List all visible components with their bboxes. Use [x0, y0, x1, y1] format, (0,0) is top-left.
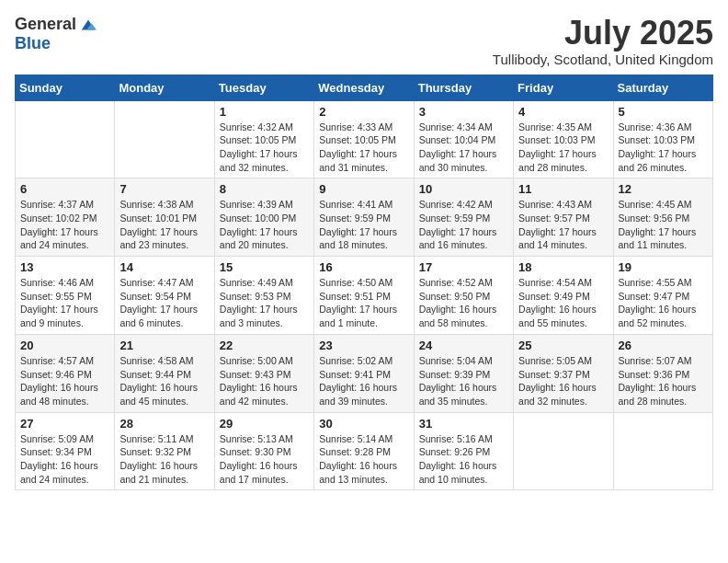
day-number: 20: [20, 339, 109, 352]
calendar-cell: 21Sunrise: 4:58 AM Sunset: 9:44 PM Dayli…: [115, 334, 214, 412]
day-info: Sunrise: 5:05 AM Sunset: 9:37 PM Dayligh…: [518, 354, 608, 408]
day-info: Sunrise: 4:49 AM Sunset: 9:53 PM Dayligh…: [220, 276, 309, 330]
day-number: 3: [419, 105, 508, 119]
day-number: 25: [518, 339, 608, 352]
month-title: July 2025: [493, 15, 713, 52]
calendar-cell: 23Sunrise: 5:02 AM Sunset: 9:41 PM Dayli…: [314, 334, 414, 412]
day-info: Sunrise: 5:11 AM Sunset: 9:32 PM Dayligh…: [119, 432, 209, 487]
calendar-week-row: 13Sunrise: 4:46 AM Sunset: 9:55 PM Dayli…: [16, 257, 713, 335]
calendar-header-thursday: Thursday: [414, 75, 513, 100]
calendar-cell: 6Sunrise: 4:37 AM Sunset: 10:02 PM Dayli…: [16, 178, 115, 257]
title-area: July 2025 Tullibody, Scotland, United Ki…: [493, 15, 713, 67]
day-number: 23: [319, 339, 408, 352]
day-number: 19: [619, 260, 708, 274]
calendar-cell: 16Sunrise: 4:50 AM Sunset: 9:51 PM Dayli…: [314, 257, 414, 335]
day-number: 4: [518, 105, 608, 119]
day-info: Sunrise: 4:36 AM Sunset: 10:03 PM Daylig…: [619, 121, 708, 175]
calendar-cell: 15Sunrise: 4:49 AM Sunset: 9:53 PM Dayli…: [214, 257, 313, 335]
day-info: Sunrise: 5:16 AM Sunset: 9:26 PM Dayligh…: [419, 432, 508, 487]
calendar-cell: 17Sunrise: 4:52 AM Sunset: 9:50 PM Dayli…: [414, 257, 513, 335]
day-number: 9: [319, 182, 408, 196]
day-info: Sunrise: 4:57 AM Sunset: 9:46 PM Dayligh…: [20, 354, 109, 408]
calendar-cell: 30Sunrise: 5:14 AM Sunset: 9:28 PM Dayli…: [314, 412, 414, 490]
day-info: Sunrise: 5:00 AM Sunset: 9:43 PM Dayligh…: [220, 354, 309, 408]
calendar-cell: 7Sunrise: 4:38 AM Sunset: 10:01 PM Dayli…: [115, 178, 214, 257]
day-info: Sunrise: 5:07 AM Sunset: 9:36 PM Dayligh…: [619, 354, 708, 408]
calendar-table: SundayMondayTuesdayWednesdayThursdayFrid…: [15, 75, 713, 491]
day-info: Sunrise: 5:14 AM Sunset: 9:28 PM Dayligh…: [319, 432, 408, 487]
day-info: Sunrise: 5:09 AM Sunset: 9:34 PM Dayligh…: [20, 432, 109, 487]
page-header: General Blue July 2025 Tullibody, Scotla…: [15, 15, 713, 67]
logo-icon: [80, 17, 97, 33]
calendar-cell: [16, 100, 115, 178]
calendar-header-monday: Monday: [115, 75, 214, 100]
day-number: 6: [20, 182, 109, 196]
day-info: Sunrise: 4:39 AM Sunset: 10:00 PM Daylig…: [220, 198, 309, 252]
calendar-cell: 10Sunrise: 4:42 AM Sunset: 9:59 PM Dayli…: [414, 178, 513, 257]
calendar-week-row: 1Sunrise: 4:32 AM Sunset: 10:05 PM Dayli…: [16, 100, 713, 178]
day-number: 30: [319, 417, 408, 431]
day-info: Sunrise: 4:47 AM Sunset: 9:54 PM Dayligh…: [119, 276, 209, 330]
day-info: Sunrise: 4:50 AM Sunset: 9:51 PM Dayligh…: [319, 276, 408, 330]
day-number: 1: [220, 105, 309, 119]
day-info: Sunrise: 4:35 AM Sunset: 10:03 PM Daylig…: [518, 121, 608, 175]
day-number: 8: [220, 182, 309, 196]
calendar-cell: 13Sunrise: 4:46 AM Sunset: 9:55 PM Dayli…: [16, 257, 115, 335]
calendar-cell: 20Sunrise: 4:57 AM Sunset: 9:46 PM Dayli…: [16, 334, 115, 412]
calendar-cell: 12Sunrise: 4:45 AM Sunset: 9:56 PM Dayli…: [613, 178, 712, 257]
calendar-header-tuesday: Tuesday: [214, 75, 313, 100]
day-number: 14: [119, 260, 209, 274]
logo: General Blue: [15, 15, 97, 53]
day-info: Sunrise: 4:33 AM Sunset: 10:05 PM Daylig…: [319, 121, 408, 175]
day-info: Sunrise: 4:46 AM Sunset: 9:55 PM Dayligh…: [20, 276, 109, 330]
calendar-cell: 26Sunrise: 5:07 AM Sunset: 9:36 PM Dayli…: [613, 334, 712, 412]
calendar-cell: 14Sunrise: 4:47 AM Sunset: 9:54 PM Dayli…: [115, 257, 214, 335]
calendar-week-row: 27Sunrise: 5:09 AM Sunset: 9:34 PM Dayli…: [16, 412, 713, 490]
day-number: 10: [419, 182, 508, 196]
calendar-cell: 5Sunrise: 4:36 AM Sunset: 10:03 PM Dayli…: [613, 100, 712, 178]
calendar-header-row: SundayMondayTuesdayWednesdayThursdayFrid…: [16, 75, 713, 100]
calendar-cell: 31Sunrise: 5:16 AM Sunset: 9:26 PM Dayli…: [414, 412, 513, 490]
day-number: 21: [119, 339, 209, 352]
calendar-cell: 22Sunrise: 5:00 AM Sunset: 9:43 PM Dayli…: [214, 334, 313, 412]
day-number: 18: [518, 260, 608, 274]
calendar-cell: 19Sunrise: 4:55 AM Sunset: 9:47 PM Dayli…: [613, 257, 712, 335]
day-info: Sunrise: 5:13 AM Sunset: 9:30 PM Dayligh…: [220, 432, 309, 487]
day-info: Sunrise: 4:42 AM Sunset: 9:59 PM Dayligh…: [419, 198, 508, 252]
location-text: Tullibody, Scotland, United Kingdom: [493, 52, 713, 67]
calendar-cell: 8Sunrise: 4:39 AM Sunset: 10:00 PM Dayli…: [214, 178, 313, 257]
calendar-cell: 18Sunrise: 4:54 AM Sunset: 9:49 PM Dayli…: [514, 257, 613, 335]
calendar-cell: 29Sunrise: 5:13 AM Sunset: 9:30 PM Dayli…: [214, 412, 313, 490]
logo-blue-text: Blue: [15, 34, 51, 53]
calendar-header-wednesday: Wednesday: [314, 75, 414, 100]
calendar-cell: 4Sunrise: 4:35 AM Sunset: 10:03 PM Dayli…: [514, 100, 613, 178]
day-number: 17: [419, 260, 508, 274]
day-info: Sunrise: 4:32 AM Sunset: 10:05 PM Daylig…: [220, 121, 309, 175]
day-info: Sunrise: 4:34 AM Sunset: 10:04 PM Daylig…: [419, 121, 508, 175]
day-info: Sunrise: 5:02 AM Sunset: 9:41 PM Dayligh…: [319, 354, 408, 408]
day-number: 31: [419, 417, 508, 431]
calendar-header-saturday: Saturday: [613, 75, 712, 100]
day-number: 5: [619, 105, 708, 119]
calendar-week-row: 6Sunrise: 4:37 AM Sunset: 10:02 PM Dayli…: [16, 178, 713, 257]
calendar-cell: [514, 412, 613, 490]
day-info: Sunrise: 4:52 AM Sunset: 9:50 PM Dayligh…: [419, 276, 508, 330]
calendar-header-sunday: Sunday: [16, 75, 115, 100]
day-number: 22: [220, 339, 309, 352]
logo-general-text: General: [15, 15, 76, 34]
day-info: Sunrise: 5:04 AM Sunset: 9:39 PM Dayligh…: [419, 354, 508, 408]
day-number: 24: [419, 339, 508, 352]
calendar-cell: [115, 100, 214, 178]
day-number: 11: [518, 182, 608, 196]
calendar-cell: 2Sunrise: 4:33 AM Sunset: 10:05 PM Dayli…: [314, 100, 414, 178]
calendar-cell: 1Sunrise: 4:32 AM Sunset: 10:05 PM Dayli…: [214, 100, 313, 178]
calendar-cell: 24Sunrise: 5:04 AM Sunset: 9:39 PM Dayli…: [414, 334, 513, 412]
day-info: Sunrise: 4:38 AM Sunset: 10:01 PM Daylig…: [119, 198, 209, 252]
calendar-cell: 28Sunrise: 5:11 AM Sunset: 9:32 PM Dayli…: [115, 412, 214, 490]
calendar-header-friday: Friday: [514, 75, 613, 100]
day-info: Sunrise: 4:58 AM Sunset: 9:44 PM Dayligh…: [119, 354, 209, 408]
calendar-cell: 3Sunrise: 4:34 AM Sunset: 10:04 PM Dayli…: [414, 100, 513, 178]
calendar-cell: 25Sunrise: 5:05 AM Sunset: 9:37 PM Dayli…: [514, 334, 613, 412]
day-number: 28: [119, 417, 209, 431]
day-number: 7: [119, 182, 209, 196]
